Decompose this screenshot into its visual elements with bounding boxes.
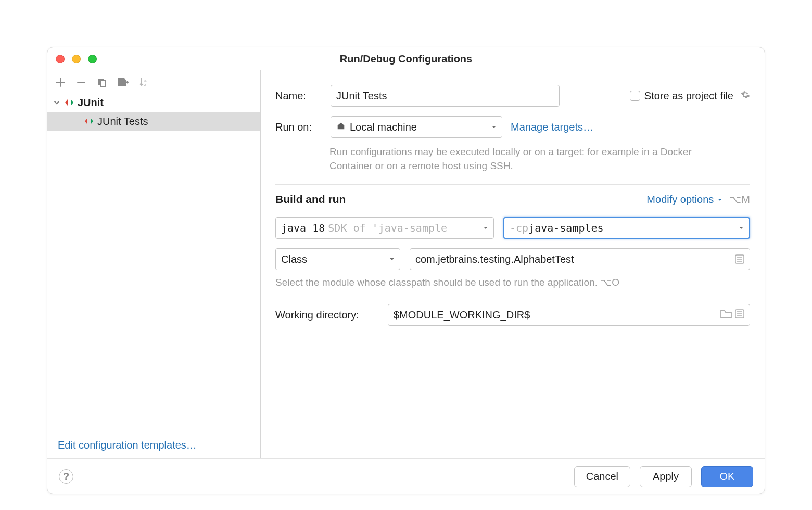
window-title: Run/Debug Configurations — [47, 53, 765, 65]
modify-options-label: Modify options — [646, 194, 714, 206]
cp-module-value: java-samples — [528, 222, 604, 234]
run-on-label: Run on: — [275, 121, 322, 133]
working-dir-field[interactable]: $MODULE_WORKING_DIR$ — [388, 304, 750, 326]
config-form: Name: Store as project file Run on: — [261, 70, 765, 458]
chevron-down-icon — [482, 224, 489, 232]
test-kind-value: Class — [281, 253, 307, 265]
tree-item-label: JUnit Tests — [97, 116, 148, 128]
working-dir-value: $MODULE_WORKING_DIR$ — [394, 309, 530, 321]
copy-config-icon[interactable] — [96, 76, 108, 88]
store-project-file-checkbox[interactable] — [630, 91, 640, 101]
junit-icon — [64, 98, 74, 107]
chevron-down-icon — [53, 98, 61, 107]
cancel-button[interactable]: Cancel — [574, 466, 630, 487]
class-name-value: com.jetbrains.testing.AlphabetTest — [415, 253, 574, 265]
apply-button[interactable]: Apply — [640, 466, 692, 487]
minimize-window-icon[interactable] — [72, 55, 81, 63]
store-project-file-label: Store as project file — [644, 90, 733, 102]
manage-targets-link[interactable]: Manage targets… — [511, 121, 593, 133]
remove-config-icon[interactable] — [75, 76, 87, 88]
tree-group-label: JUnit — [78, 97, 104, 109]
class-name-field[interactable]: com.jetbrains.testing.AlphabetTest — [410, 248, 750, 270]
build-run-section-title: Build and run — [275, 193, 346, 206]
help-button[interactable]: ? — [59, 469, 73, 484]
dialog-footer: ? Cancel Apply OK — [47, 458, 765, 494]
jdk-select[interactable]: java 18 SDK of 'java-sample — [275, 217, 494, 239]
gear-icon[interactable] — [741, 90, 750, 102]
chevron-down-icon — [738, 224, 745, 232]
zoom-window-icon[interactable] — [88, 55, 97, 63]
sidebar-toolbar: az — [47, 70, 260, 91]
save-config-icon[interactable] — [117, 76, 129, 88]
divider — [275, 184, 750, 185]
modify-options-shortcut: ⌥M — [729, 193, 750, 206]
name-field[interactable] — [331, 85, 560, 107]
classpath-select[interactable]: -cp java-samples — [503, 217, 750, 239]
chevron-down-icon — [717, 194, 723, 206]
chevron-down-icon — [388, 256, 396, 263]
name-label: Name: — [275, 90, 322, 102]
run-on-value: Local machine — [350, 121, 417, 133]
home-icon — [336, 121, 346, 133]
store-project-file[interactable]: Store as project file — [630, 90, 750, 102]
junit-icon — [84, 117, 94, 125]
run-on-help-text: Run configurations may be executed local… — [329, 145, 715, 173]
window-controls — [47, 55, 97, 63]
test-kind-select[interactable]: Class — [275, 248, 400, 270]
expand-field-icon[interactable] — [735, 254, 744, 264]
chevron-down-icon — [490, 123, 498, 131]
jdk-module-detail: SDK of 'java-sample — [328, 222, 447, 234]
sort-config-icon[interactable]: az — [138, 76, 149, 88]
tree-item-junit-tests[interactable]: JUnit Tests — [47, 112, 260, 131]
svg-rect-1 — [100, 80, 106, 86]
edit-templates-link[interactable]: Edit configuration templates… — [58, 439, 197, 451]
tree-group-junit[interactable]: JUnit — [47, 93, 260, 112]
expand-field-icon[interactable] — [735, 309, 744, 321]
ok-button[interactable]: OK — [701, 466, 753, 487]
working-dir-label: Working directory: — [275, 309, 379, 321]
cp-flag: -cp — [510, 222, 528, 234]
add-config-icon[interactable] — [55, 76, 66, 88]
run-debug-config-window: Run/Debug Configurations az — [47, 47, 765, 494]
classpath-help-text: Select the module whose classpath should… — [275, 276, 750, 288]
svg-text:z: z — [144, 82, 146, 87]
close-window-icon[interactable] — [56, 55, 65, 63]
configurations-sidebar: az JUnit — [47, 70, 261, 458]
run-on-select[interactable]: Local machine — [331, 116, 502, 138]
modify-options-link[interactable]: Modify options ⌥M — [646, 193, 750, 206]
config-tree: JUnit JUnit Tests — [47, 93, 260, 131]
folder-icon[interactable] — [720, 309, 732, 321]
title-bar: Run/Debug Configurations — [47, 47, 765, 70]
jdk-value: java 18 — [281, 222, 325, 234]
